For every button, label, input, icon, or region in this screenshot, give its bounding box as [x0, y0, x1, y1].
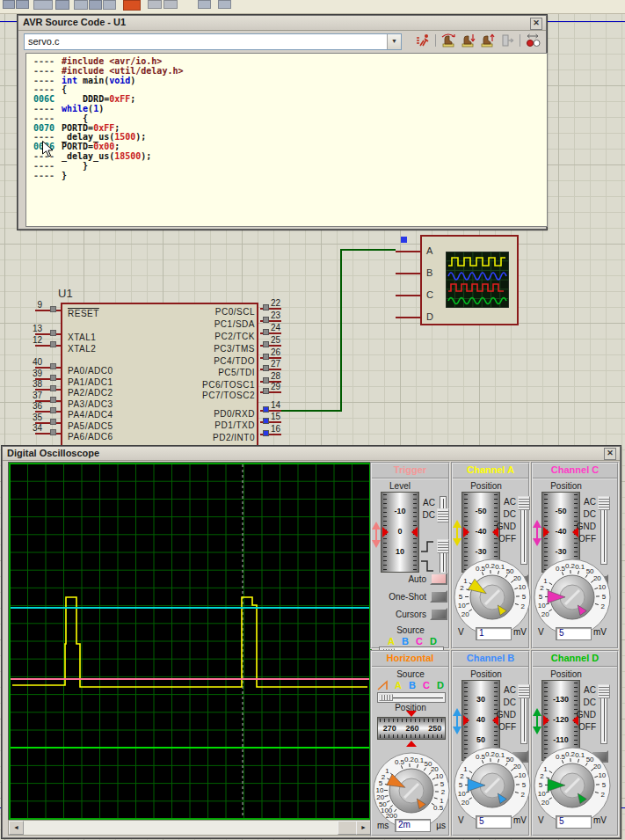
step-into-icon[interactable]	[460, 33, 476, 48]
switch-handle[interactable]	[437, 508, 449, 522]
per-div-value-box[interactable]: 5	[556, 627, 592, 640]
pin-number: 38	[19, 379, 42, 388]
stop-icon[interactable]	[123, 0, 141, 11]
panel-label: OFF	[573, 534, 596, 544]
per-div-value-box[interactable]: 5	[476, 815, 512, 829]
code-token: int	[62, 76, 77, 85]
svg-text:10: 10	[538, 790, 546, 798]
scroll-left-icon[interactable]: ◄	[9, 821, 24, 835]
scroll-right-icon[interactable]: ►	[356, 821, 371, 835]
per-div-value-box[interactable]: 2m	[395, 819, 431, 832]
horizontal-source-slider[interactable]	[377, 692, 446, 703]
pin-stub	[396, 251, 420, 252]
step-out-icon[interactable]	[479, 33, 495, 48]
svg-text:10: 10	[435, 772, 443, 780]
chevron-down-icon[interactable]: ▼	[387, 34, 401, 49]
run-icon[interactable]	[416, 33, 432, 48]
gauge-pointer-left	[543, 715, 549, 726]
step-over-icon[interactable]	[440, 33, 456, 48]
code-token: _delay_us(	[62, 151, 114, 161]
rotary-knob[interactable]: 0.50.20.1125102050201052VmV	[532, 557, 613, 638]
pin-number: 15	[271, 412, 294, 420]
gauge-value: 270	[378, 724, 401, 733]
pin-name: PA0/ADC0	[68, 366, 164, 376]
per-div-value-box[interactable]: 5	[556, 815, 592, 829]
slider-track-line	[390, 698, 443, 698]
toolbar-icon[interactable]	[33, 0, 53, 10]
toolbar-icon[interactable]	[89, 0, 102, 10]
position-adjust-arrows[interactable]	[453, 708, 461, 734]
panel-title: Channel B	[453, 652, 528, 668]
toolbar-icon[interactable]	[55, 0, 69, 10]
toolbar-icon[interactable]	[198, 0, 211, 9]
rotary-knob[interactable]: 0.50.20.1125102050201052VmV	[452, 557, 533, 638]
panel-label: GND	[573, 522, 596, 531]
source-file-selector[interactable]: servo.c ▼	[24, 33, 402, 50]
code-line: 006C DDRD=0xFF;	[33, 95, 547, 105]
switch-handle[interactable]	[598, 684, 610, 698]
arrow-down-icon	[533, 538, 541, 546]
gauge-value: -30	[462, 547, 499, 556]
code-token: 0x00	[93, 142, 114, 151]
toolbar-icon[interactable]	[218, 0, 231, 9]
code-token: _delay_us(	[62, 132, 114, 142]
one-shot-button[interactable]	[430, 590, 447, 603]
svg-text:10: 10	[518, 771, 526, 779]
pin-number: 36	[19, 401, 42, 410]
close-icon[interactable]: ✕	[530, 18, 542, 30]
gauge-value: 50	[462, 735, 499, 744]
code-token: ;	[130, 94, 135, 104]
svg-text:10: 10	[458, 602, 466, 610]
toolbar-icon[interactable]	[16, 0, 29, 9]
position-adjust-arrows[interactable]	[453, 520, 461, 546]
panel-label: DC	[573, 698, 596, 707]
toolbar-icon[interactable]	[148, 0, 162, 9]
toolbar-icon[interactable]	[164, 0, 178, 9]
pin-number: 23	[271, 310, 294, 319]
svg-text:0.1: 0.1	[414, 756, 425, 764]
pin-stub	[35, 433, 61, 435]
toggle-breakpoint-icon[interactable]	[525, 33, 541, 48]
switch-handle[interactable]	[518, 496, 530, 510]
toolbar-icon[interactable]	[3, 0, 15, 9]
svg-text:2: 2	[540, 772, 544, 780]
svg-text:0.5: 0.5	[476, 565, 486, 573]
channel-c-panel: Channel CPosition-50-40-30ACDCGNDOFFInve…	[531, 462, 619, 649]
trigger-slope-icons	[419, 537, 435, 576]
rotary-knob[interactable]: 0.50.20.1125102050201052VmV	[452, 745, 533, 826]
scope-part-screen	[446, 252, 509, 308]
auto-button[interactable]	[430, 573, 447, 585]
arrow-up-icon	[453, 520, 461, 528]
toolbar-icon[interactable]	[103, 0, 116, 10]
close-icon[interactable]: ✕	[604, 448, 616, 460]
code-token: while	[62, 104, 88, 113]
position-adjust-arrows[interactable]	[533, 708, 541, 734]
rotary-knob[interactable]: 0.50.20.1125102050201052VmV	[532, 745, 613, 826]
per-div-value-box[interactable]: 1	[476, 627, 512, 640]
switch-handle[interactable]	[598, 496, 610, 510]
code-token: }	[62, 171, 67, 180]
pin-state-indicator	[50, 385, 56, 391]
arrow-down-icon	[372, 540, 381, 548]
cursors-button[interactable]	[430, 608, 447, 620]
svg-text:5: 5	[539, 593, 543, 601]
position-adjust-arrows[interactable]	[372, 522, 381, 548]
run-to-cursor-icon[interactable]	[500, 33, 516, 48]
switch-handle[interactable]	[437, 539, 449, 553]
pin-name: D	[426, 311, 439, 322]
slider-handle[interactable]	[379, 694, 393, 701]
svg-text:20: 20	[541, 799, 549, 807]
display-h-scrollbar[interactable]: ◄ ►	[8, 820, 372, 836]
code-line: ---- }	[33, 162, 547, 172]
pin-name: XTAL2	[68, 344, 164, 354]
scope-window-titlebar[interactable]: Digital Oscilloscope ✕	[3, 447, 620, 461]
arrow-up-icon	[533, 520, 541, 528]
avr-window-titlebar[interactable]: AVR Source Code - U1 ✕	[18, 16, 546, 31]
source-code-area[interactable]: ----#include <avr/io.h>----#include <uti…	[25, 53, 548, 227]
position-adjust-arrows[interactable]	[533, 520, 541, 546]
switch-handle[interactable]	[518, 684, 530, 698]
pin-name: PD0/RXD	[156, 409, 255, 419]
toolbar-icon[interactable]	[74, 0, 88, 10]
svg-text:mV: mV	[593, 815, 607, 825]
horizontal-position-gauge[interactable]: 270260250	[377, 717, 446, 740]
